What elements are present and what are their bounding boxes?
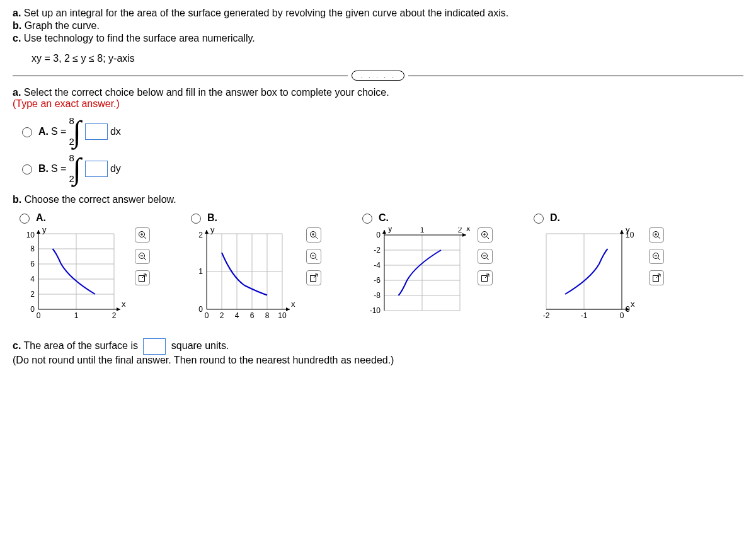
- svg-text:1: 1: [198, 267, 203, 276]
- graph-choice-a: A. 0 2 4 6 8 10 0 1 2: [16, 212, 150, 322]
- svg-text:4: 4: [30, 275, 35, 283]
- part-a-hint: (Type an exact answer.): [13, 98, 743, 110]
- svg-text:4: 4: [235, 311, 239, 320]
- svg-text:-2: -2: [374, 246, 381, 255]
- svg-text:2: 2: [112, 311, 117, 320]
- svg-marker-8: [117, 307, 120, 311]
- svg-line-108: [658, 237, 661, 239]
- popout-icon[interactable]: [306, 270, 321, 285]
- svg-text:1: 1: [420, 227, 425, 234]
- radio-graph-a[interactable]: [20, 214, 30, 224]
- part-c-line: c. The area of the surface is square uni…: [13, 338, 743, 355]
- svg-text:0: 0: [198, 305, 203, 314]
- zoom-out-icon[interactable]: [306, 249, 321, 264]
- zoom-in-icon[interactable]: [306, 227, 321, 243]
- svg-text:-2: -2: [543, 311, 550, 320]
- integrand-input-b[interactable]: [85, 161, 108, 177]
- svg-text:-1: -1: [581, 311, 588, 320]
- svg-marker-10: [37, 230, 40, 234]
- svg-text:1: 1: [74, 311, 79, 320]
- svg-marker-99: [620, 230, 624, 234]
- svg-text:10: 10: [26, 231, 35, 239]
- graph-d: -2 -1 0 10 0 x y: [530, 227, 644, 322]
- svg-marker-70: [462, 233, 466, 237]
- svg-text:y: y: [626, 227, 630, 234]
- svg-text:8: 8: [30, 244, 35, 253]
- zoom-in-icon[interactable]: [649, 227, 664, 243]
- part-c-hint: (Do not round until the final answer. Th…: [13, 355, 743, 366]
- prompt-c: c. Use technology to find the surface ar…: [13, 33, 743, 44]
- svg-marker-41: [205, 230, 209, 234]
- svg-text:6: 6: [250, 311, 255, 320]
- radio-a[interactable]: [22, 127, 32, 137]
- svg-text:x: x: [631, 299, 635, 309]
- integral-icon: ∫: [73, 120, 81, 143]
- svg-text:2: 2: [198, 231, 203, 239]
- graph-choice-c: C. 0 -2 -4 -6 -8 -10 1 2 x: [359, 212, 493, 322]
- svg-marker-72: [382, 230, 386, 234]
- svg-text:y: y: [210, 227, 215, 234]
- svg-text:2: 2: [458, 227, 462, 234]
- graph-choice-d: D. -2 -1 0 10 0 x y: [530, 212, 664, 322]
- part-b-heading: b. Choose the correct answer below.: [13, 194, 743, 205]
- popout-icon[interactable]: [478, 270, 493, 285]
- choice-a[interactable]: A. S = 82 ∫ dx: [19, 116, 743, 147]
- graph-choice-b: B. 0 1 2 0 2 4 6 8 10: [188, 212, 321, 322]
- svg-text:2: 2: [220, 311, 224, 320]
- integral-icon: ∫: [73, 157, 81, 180]
- svg-line-27: [144, 258, 147, 261]
- svg-text:-6: -6: [374, 276, 381, 285]
- svg-marker-39: [286, 307, 290, 311]
- svg-text:x: x: [122, 299, 126, 309]
- svg-line-54: [316, 237, 318, 239]
- svg-text:-8: -8: [374, 291, 381, 300]
- zoom-out-icon[interactable]: [135, 249, 150, 264]
- svg-text:2: 2: [30, 290, 35, 299]
- svg-text:0: 0: [626, 305, 630, 314]
- graph-c: 0 -2 -4 -6 -8 -10 1 2 x y: [359, 227, 472, 322]
- svg-text:0: 0: [30, 305, 35, 314]
- svg-text:0: 0: [376, 231, 381, 239]
- svg-text:y: y: [388, 227, 392, 233]
- prompt-b: b. Graph the curve.: [13, 20, 743, 31]
- svg-line-58: [316, 258, 318, 261]
- svg-line-84: [487, 237, 490, 239]
- popout-icon[interactable]: [135, 270, 150, 285]
- part-a-heading: a. Select the correct choice below and f…: [13, 87, 743, 98]
- graph-a: 0 2 4 6 8 10 0 1 2 x y: [16, 227, 130, 322]
- svg-line-23: [144, 237, 147, 239]
- svg-text:-4: -4: [374, 261, 381, 270]
- svg-text:8: 8: [265, 311, 270, 320]
- prompt-a: a. Set up an integral for the area of th…: [13, 8, 743, 19]
- zoom-in-icon[interactable]: [135, 227, 150, 243]
- svg-text:-10: -10: [370, 306, 381, 315]
- svg-text:10: 10: [278, 311, 287, 320]
- svg-text:0: 0: [37, 311, 41, 320]
- svg-text:0: 0: [205, 311, 209, 320]
- integrand-input-a[interactable]: [85, 123, 108, 140]
- svg-text:x: x: [291, 299, 295, 309]
- zoom-in-icon[interactable]: [478, 227, 493, 243]
- radio-graph-d[interactable]: [534, 214, 544, 224]
- svg-line-112: [658, 258, 661, 261]
- svg-text:y: y: [42, 227, 47, 234]
- radio-graph-b[interactable]: [191, 214, 201, 224]
- svg-text:x: x: [466, 227, 471, 233]
- radio-b[interactable]: [22, 164, 32, 175]
- graph-b: 0 1 2 0 2 4 6 8 10 x y: [188, 227, 301, 322]
- choice-b[interactable]: B. S = 82 ∫ dy: [19, 153, 743, 184]
- surface-area-input[interactable]: [143, 338, 166, 355]
- section-divider: . . . . .: [13, 71, 743, 81]
- zoom-out-icon[interactable]: [478, 249, 493, 264]
- svg-line-88: [487, 258, 490, 261]
- radio-graph-c[interactable]: [362, 214, 372, 224]
- popout-icon[interactable]: [649, 270, 664, 285]
- zoom-out-icon[interactable]: [649, 249, 664, 264]
- svg-text:6: 6: [30, 260, 35, 268]
- svg-text:0: 0: [620, 311, 624, 320]
- problem-equation: xy = 3, 2 ≤ y ≤ 8; y-axis: [32, 53, 743, 64]
